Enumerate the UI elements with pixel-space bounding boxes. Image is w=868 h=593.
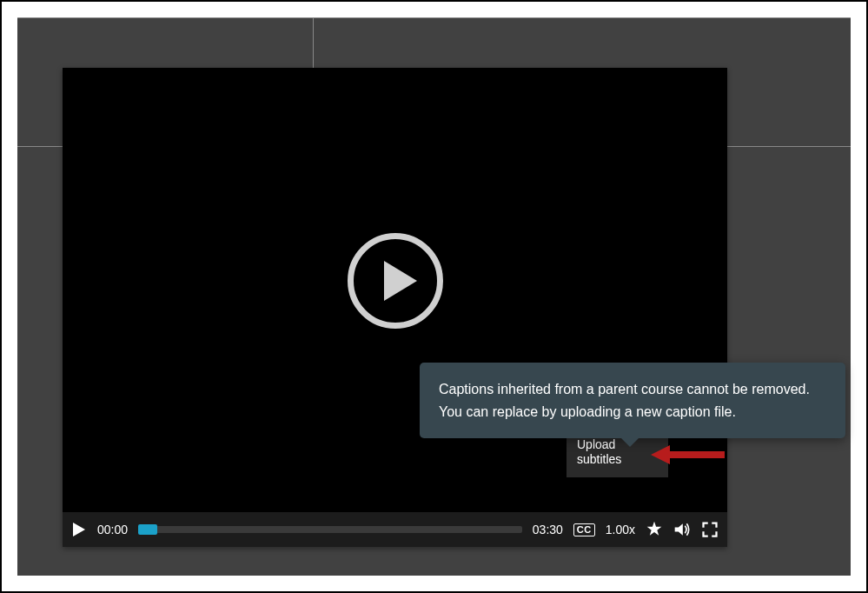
fullscreen-button[interactable] bbox=[701, 521, 719, 538]
speed-button[interactable]: 1.00x bbox=[606, 523, 635, 536]
progress-bar[interactable] bbox=[138, 526, 522, 533]
big-play-button[interactable] bbox=[348, 233, 443, 329]
settings-button[interactable] bbox=[646, 521, 663, 538]
divider bbox=[17, 17, 851, 18]
video-controls: 00:00 03:30 CC 1.00x bbox=[63, 512, 727, 547]
volume-icon bbox=[673, 521, 691, 538]
annotation-arrow-icon bbox=[651, 443, 725, 466]
play-icon bbox=[73, 523, 85, 536]
upload-subtitles-label: Uploadsubtitles bbox=[577, 437, 621, 467]
svg-marker-2 bbox=[647, 522, 662, 536]
play-button[interactable] bbox=[71, 522, 87, 537]
svg-marker-5 bbox=[651, 445, 670, 464]
svg-marker-1 bbox=[73, 523, 85, 536]
help-tooltip: Captions inherited from a parent course … bbox=[420, 363, 845, 438]
svg-marker-0 bbox=[384, 261, 417, 301]
volume-button[interactable] bbox=[673, 521, 691, 538]
tooltip-line1: Captions inherited from a parent course … bbox=[439, 378, 826, 401]
current-time: 00:00 bbox=[97, 523, 128, 536]
fullscreen-icon bbox=[702, 522, 718, 537]
big-play-icon bbox=[377, 259, 421, 303]
page-background: Dutch ? Uploadsubtitles 00:00 bbox=[17, 17, 851, 576]
duration: 03:30 bbox=[533, 523, 563, 536]
video-player: Dutch ? Uploadsubtitles 00:00 bbox=[63, 68, 727, 547]
cc-button[interactable]: CC bbox=[573, 523, 595, 536]
svg-marker-3 bbox=[675, 523, 683, 535]
settings-icon bbox=[646, 521, 663, 538]
outer-frame: Dutch ? Uploadsubtitles 00:00 bbox=[0, 0, 868, 593]
tooltip-line2: You can replace by uploading a new capti… bbox=[439, 401, 826, 423]
progress-thumb[interactable] bbox=[138, 524, 157, 535]
